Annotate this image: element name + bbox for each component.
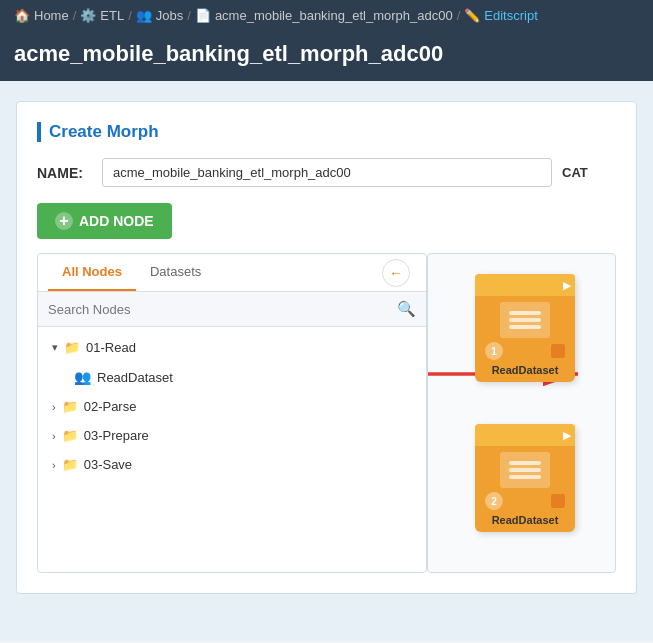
node-corner-icon-1	[551, 344, 565, 358]
node-footer-2: 2	[483, 492, 567, 510]
line-1b	[509, 318, 541, 322]
tree-item-02-parse[interactable]: › 📁 02-Parse	[38, 392, 426, 421]
name-input[interactable]	[102, 158, 552, 187]
home-icon: 🏠	[14, 8, 30, 23]
node-label-1: ReadDataset	[483, 364, 567, 376]
node-badge-1: 1	[485, 342, 503, 360]
tree-folder-label-2: 02-Parse	[84, 399, 137, 414]
node-table-lines-2	[509, 461, 541, 479]
plus-icon: +	[55, 212, 73, 230]
folder-icon-3: 📁	[62, 428, 78, 443]
node-table-lines-1	[509, 311, 541, 329]
search-input[interactable]	[48, 302, 397, 317]
tree-item-03-save[interactable]: › 📁 03-Save	[38, 450, 426, 479]
add-node-label: ADD NODE	[79, 213, 154, 229]
node-table-icon-1	[500, 302, 550, 338]
tab-datasets[interactable]: Datasets	[136, 254, 215, 291]
node-footer-1: 1	[483, 342, 567, 360]
tree-folder-label: 01-Read	[86, 340, 136, 355]
chevron-icon-2: ›	[52, 401, 56, 413]
node-body-2	[483, 452, 567, 488]
section-title: Create Morph	[37, 122, 616, 142]
folder-icon: 📁	[64, 340, 80, 355]
node-table-icon-2	[500, 452, 550, 488]
node-label-2: ReadDataset	[483, 514, 567, 526]
chevron-icon: ▾	[52, 341, 58, 354]
page-title: acme_mobile_banking_etl_morph_adc00	[0, 31, 653, 81]
left-panel: All Nodes Datasets ← 🔍	[37, 253, 427, 573]
breadcrumb-bar: 🏠 Home / ⚙️ ETL / 👥 Jobs / 📄 acme_mobile…	[0, 0, 653, 31]
line-2c	[509, 475, 541, 479]
file-icon: 📄	[195, 8, 211, 23]
breadcrumb-jobs[interactable]: Jobs	[156, 8, 183, 23]
folder-icon-2: 📁	[62, 399, 78, 414]
tab-all-nodes[interactable]: All Nodes	[48, 254, 136, 291]
tree-item-01-read[interactable]: ▾ 📁 01-Read	[38, 333, 426, 362]
play-icon-1: ▶	[563, 279, 571, 292]
main-content: Create Morph NAME: CAT + ADD NODE All No…	[0, 81, 653, 641]
add-node-button[interactable]: + ADD NODE	[37, 203, 172, 239]
panel-layout: All Nodes Datasets ← 🔍	[37, 253, 616, 573]
name-row: NAME: CAT	[37, 158, 616, 187]
line-1a	[509, 311, 541, 315]
tree-item-readdataset[interactable]: 👥 ReadDataset	[38, 362, 426, 392]
tree-item-03-prepare[interactable]: › 📁 03-Prepare	[38, 421, 426, 450]
node-icon: 👥	[74, 369, 91, 385]
back-arrow-button[interactable]: ←	[382, 259, 410, 287]
node-corner-icon-2	[551, 494, 565, 508]
breadcrumb-etl[interactable]: ETL	[100, 8, 124, 23]
node-badge-2: 2	[485, 492, 503, 510]
line-2b	[509, 468, 541, 472]
node-header-1: ▶	[475, 274, 575, 296]
tabs-row: All Nodes Datasets ←	[38, 254, 426, 292]
edit-icon: ✏️	[464, 8, 480, 23]
canvas-node-2[interactable]: ▶ 2	[475, 424, 575, 532]
tree-folder-label-4: 03-Save	[84, 457, 132, 472]
chevron-icon-4: ›	[52, 459, 56, 471]
sep-2: /	[128, 8, 132, 23]
sep-3: /	[187, 8, 191, 23]
name-label: NAME:	[37, 165, 92, 181]
node-header-2: ▶	[475, 424, 575, 446]
cat-label: CAT	[562, 165, 588, 180]
create-morph-card: Create Morph NAME: CAT + ADD NODE All No…	[16, 101, 637, 594]
folder-icon-4: 📁	[62, 457, 78, 472]
node-body-1	[483, 302, 567, 338]
etl-icon: ⚙️	[80, 8, 96, 23]
canvas-node-1[interactable]: ▶ 1	[475, 274, 575, 382]
canvas-panel: ▶ 1	[427, 253, 616, 573]
breadcrumb-editscript[interactable]: Editscript	[484, 8, 537, 23]
search-button[interactable]: 🔍	[397, 300, 416, 318]
breadcrumb-home[interactable]: Home	[34, 8, 69, 23]
play-icon-2: ▶	[563, 429, 571, 442]
chevron-icon-3: ›	[52, 430, 56, 442]
tree-folder-label-3: 03-Prepare	[84, 428, 149, 443]
line-2a	[509, 461, 541, 465]
search-row: 🔍	[38, 292, 426, 327]
tree-area: ▾ 📁 01-Read 👥 ReadDataset › 📁 02-Parse	[38, 327, 426, 485]
sep-1: /	[73, 8, 77, 23]
line-1c	[509, 325, 541, 329]
jobs-icon: 👥	[136, 8, 152, 23]
tree-node-label: ReadDataset	[97, 370, 173, 385]
breadcrumb-morph[interactable]: acme_mobile_banking_etl_morph_adc00	[215, 8, 453, 23]
sep-4: /	[457, 8, 461, 23]
